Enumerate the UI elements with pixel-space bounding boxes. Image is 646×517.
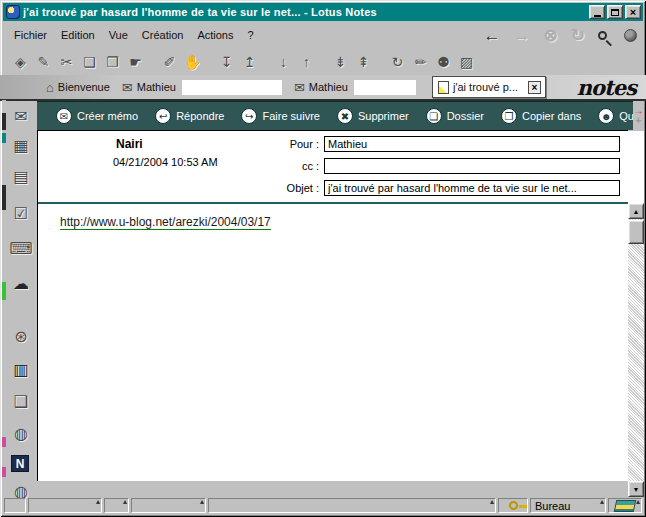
menu-fichier[interactable]: Fichier [7,27,54,43]
minimize-button[interactable] [589,5,605,19]
bookmark-bar: ✉ ▦ ▤ ☑ ⌨ ☁ ⊛ ▥ ❑ ◍ N ◍ [6,101,37,497]
web-icon[interactable] [624,29,637,42]
tab-close-icon[interactable]: × [528,81,541,94]
action-dossier[interactable]: ❏ Dossier [420,108,495,124]
refresh-icon[interactable]: ↻ [571,27,585,44]
tab-label: Mathieu [309,81,348,93]
action-supprimer[interactable]: ✖ Supprimer [331,108,420,124]
action-label: Créer mémo [77,110,138,122]
menu-actions[interactable]: Actions [190,27,240,43]
cut-icon[interactable]: ✂ [55,51,78,73]
scroll-up-icon[interactable]: ▲ [628,203,644,219]
move-top-icon[interactable]: ↥ [238,51,261,73]
status-segment-location[interactable]: Bureau [530,498,606,513]
hatch-icon[interactable]: ▨ [455,51,478,73]
close-button[interactable]: × [625,5,641,19]
cc-label: cc : [273,160,319,172]
mail-tab-icon: ✉ [122,81,133,94]
delete-icon: ✖ [337,108,353,124]
header-body-separator [38,202,628,204]
tab-label-blank [354,80,416,95]
move-bottom-icon[interactable]: ↧ [215,51,238,73]
menu-creation[interactable]: Création [135,27,191,43]
action-creer-memo[interactable]: ✉ Créer mémo [50,108,149,124]
next-icon[interactable]: ↓ [272,51,295,73]
tab-label: Bienvenue [58,81,110,93]
action-faire-suivre[interactable]: ↪ Faire suivre [235,108,330,124]
previous-icon[interactable]: ↑ [295,51,318,73]
search-icon[interactable] [598,31,607,40]
tab-label: Mathieu [137,81,176,93]
edit-document-icon[interactable]: ✎ [32,51,55,73]
cc-field[interactable] [324,158,620,174]
previous-unread-icon[interactable]: ⇞ [352,51,375,73]
overflow-forward-icon[interactable]: → [634,106,644,116]
calendar-icon[interactable]: ▦ [8,133,34,157]
mail-tab-icon: ✉ [294,81,305,94]
next-unread-icon[interactable]: ⇟ [329,51,352,73]
replicator-icon[interactable]: ⌨ [8,236,34,260]
netscape-icon[interactable]: N [11,455,29,472]
status-segment-size[interactable] [104,498,129,513]
sign-icon[interactable]: ☛ [124,51,147,73]
properties-icon[interactable]: ◈ [9,51,32,73]
status-segment-font[interactable] [28,498,102,513]
people-icon[interactable]: ⚉ [432,51,455,73]
mail-icon[interactable]: ✉ [8,104,34,128]
tab-message-active[interactable]: j'ai trouvé p... × [432,76,546,98]
action-repondre[interactable]: ↩ Répondre [149,108,235,124]
tab-bienvenue[interactable]: ⌂ Bienvenue [40,76,116,98]
status-segment-security[interactable] [498,498,528,513]
titlebar: j'ai trouvé par hasard l'homme de ta vie… [3,3,643,21]
pen-icon[interactable]: ✐ [158,51,181,73]
action-qui-est[interactable]: ☻ Qui est [592,108,633,124]
window-controls: × [589,5,641,19]
menu-edition[interactable]: Edition [54,27,102,43]
forward-icon[interactable]: → [514,27,531,44]
status-segment-mail[interactable] [608,498,642,513]
nav-icons: ← → ⊗ ↻ [484,22,638,48]
menu-bar: Fichier Edition Vue Création Actions ? ←… [3,22,643,48]
todo-icon[interactable]: ☑ [8,201,34,225]
highlighter-icon[interactable]: ✏ [409,51,432,73]
stop-icon[interactable]: ⊗ [544,27,558,44]
status-segment-style[interactable] [131,498,206,513]
certificate-icon[interactable]: ⊛ [8,324,34,348]
menu-help[interactable]: ? [240,27,260,43]
replicate-icon[interactable]: ↻ [386,51,409,73]
copy-into-icon: ❐ [501,108,517,124]
status-mail-icon [614,500,637,512]
body-link[interactable]: http://www.u-blog.net/arezki/2004/03/17 [60,215,271,230]
menu-vue[interactable]: Vue [102,27,135,43]
status-segment-message[interactable] [208,498,496,513]
scrollbar-thumb[interactable] [628,220,644,244]
tab-mathieu-1[interactable]: ✉ Mathieu [116,76,288,98]
web-folder-icon[interactable]: ◍ [8,421,34,445]
action-bar-overflow: → + [633,101,644,130]
reply-icon: ↩ [155,108,171,124]
book-icon[interactable]: ▥ [8,357,34,381]
tab-mathieu-2[interactable]: ✉ Mathieu [288,76,422,98]
hand-document-icon[interactable]: ✋ [181,51,204,73]
scroll-down-icon[interactable]: ▼ [628,481,644,497]
overflow-back-icon[interactable]: + [636,116,642,126]
window-title: j'ai trouvé par hasard l'homme de ta vie… [23,6,585,18]
action-copier-dans[interactable]: ❐ Copier dans [495,108,592,124]
status-segment-mode[interactable] [4,498,26,513]
folder-icon[interactable]: ❑ [8,389,34,413]
action-label: Supprimer [358,110,409,122]
copy-icon[interactable]: ❏ [78,51,101,73]
security-key-icon [509,501,518,510]
chat-icon[interactable]: ☁ [8,271,34,295]
subject-label: Objet : [273,182,319,194]
header-right-fill [628,131,644,203]
paste-icon[interactable]: ❐ [101,51,124,73]
to-field[interactable] [324,136,620,152]
action-label: Dossier [447,110,484,122]
vertical-scrollbar[interactable]: ▲ ▼ [628,203,644,497]
back-icon[interactable]: ← [484,27,501,44]
contacts-icon[interactable]: ▤ [8,164,34,188]
maximize-button[interactable] [607,5,623,19]
to-row: Pour : [273,135,620,152]
subject-field[interactable] [324,180,620,196]
